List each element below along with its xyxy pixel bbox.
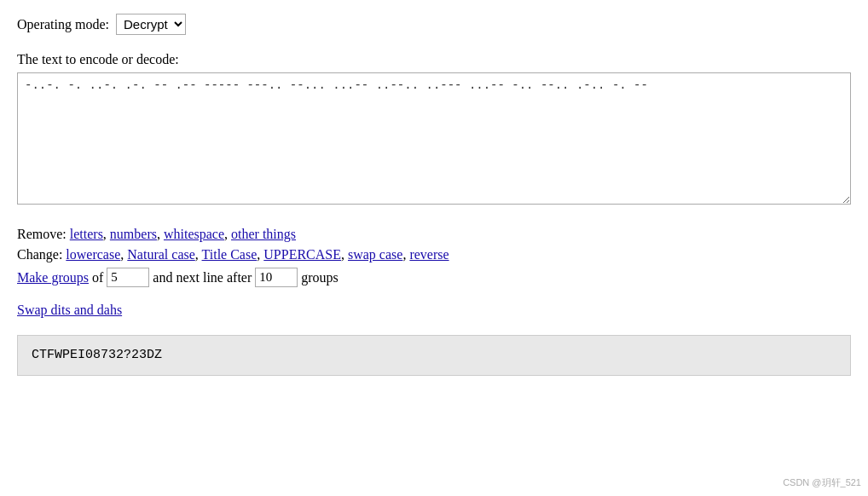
- encode-decode-label: The text to encode or decode:: [17, 52, 851, 67]
- remove-whitespace-link[interactable]: whitespace: [164, 227, 224, 241]
- of-label: of: [92, 270, 103, 285]
- operating-mode-label: Operating mode:: [17, 17, 109, 32]
- operating-mode-row: Operating mode: EncryptDecrypt: [17, 14, 851, 35]
- change-label: Change:: [17, 247, 62, 262]
- groups-label: groups: [301, 270, 339, 285]
- groups-row: Make groups of and next line after group…: [17, 268, 851, 287]
- and-next-line-label: and next line after: [153, 270, 252, 285]
- make-groups-link[interactable]: Make groups: [17, 270, 89, 285]
- remove-row: Remove: letters, numbers, whitespace, ot…: [17, 227, 851, 242]
- watermark: CSDN @玥轩_521: [783, 476, 861, 489]
- remove-numbers-link[interactable]: numbers: [110, 227, 157, 241]
- remove-letters-link[interactable]: letters: [70, 227, 103, 241]
- change-lowercase-link[interactable]: lowercase: [66, 247, 120, 262]
- remove-other-link[interactable]: other things: [231, 227, 296, 241]
- remove-label: Remove:: [17, 227, 67, 241]
- operating-mode-select[interactable]: EncryptDecrypt: [116, 14, 186, 35]
- encode-decode-textarea[interactable]: [17, 72, 851, 205]
- group-size-input[interactable]: [107, 268, 149, 287]
- change-reverse-link[interactable]: reverse: [409, 247, 448, 262]
- line-size-input[interactable]: [255, 268, 298, 287]
- output-box: CTFWPEI08732?23DZ: [17, 335, 851, 376]
- change-row: Change: lowercase, Natural case, Title C…: [17, 247, 851, 262]
- swap-dits-dahs-link[interactable]: Swap dits and dahs: [17, 303, 851, 318]
- change-naturalcase-link[interactable]: Natural case: [127, 247, 195, 262]
- change-swapcase-link[interactable]: swap case: [348, 247, 402, 262]
- change-uppercase-link[interactable]: UPPERCASE: [263, 247, 341, 262]
- change-titlecase-link[interactable]: Title Case: [202, 247, 258, 262]
